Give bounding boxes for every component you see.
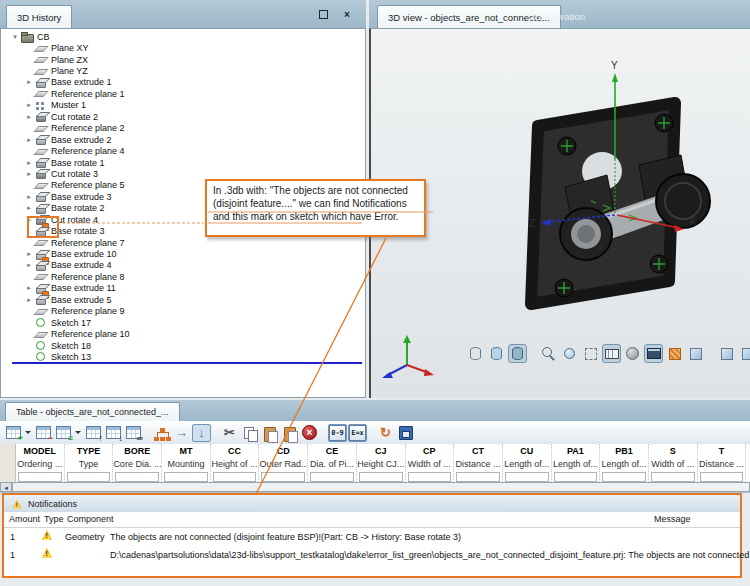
- move-row-down-button[interactable]: ↓: [104, 424, 123, 442]
- column-description[interactable]: Length of...: [600, 458, 648, 471]
- column-description[interactable]: Ordering ...: [16, 458, 64, 471]
- column-code[interactable]: T: [698, 444, 746, 458]
- viewport-window-icon[interactable]: [644, 344, 663, 363]
- tree-item-plane-zx[interactable]: Plane ZX: [3, 54, 363, 65]
- tree-item-base-rotate-1[interactable]: ▸Base rotate 1: [3, 157, 363, 168]
- dropdown-arrow-icon[interactable]: [25, 431, 31, 434]
- tree-item-cut-rotate-2[interactable]: ▸Cut rotate 2: [3, 111, 363, 122]
- expander-icon[interactable]: ▸: [23, 169, 35, 179]
- copy-button[interactable]: [240, 424, 259, 442]
- tree-item-reference-plane-8[interactable]: Reference plane 8: [3, 271, 363, 282]
- jump-down-button[interactable]: ↓: [192, 424, 211, 442]
- col-message[interactable]: Message: [654, 514, 691, 524]
- refresh-button[interactable]: ↻: [376, 424, 395, 442]
- scroll-left-icon[interactable]: ◂: [0, 482, 12, 492]
- tree-item-base-extrude-2[interactable]: ▸Base extrude 2: [3, 134, 363, 145]
- column-code[interactable]: S: [649, 444, 697, 458]
- tab-3d-history[interactable]: 3D History: [6, 5, 72, 28]
- column-code[interactable]: CP: [406, 444, 454, 458]
- column-filter-input[interactable]: [456, 472, 500, 482]
- follow-link-button[interactable]: →: [172, 424, 191, 442]
- tree-item-cb[interactable]: ▾CB: [3, 31, 363, 42]
- tree-item-reference-plane-7[interactable]: Reference plane 7: [3, 237, 363, 248]
- column-code[interactable]: MT: [162, 444, 210, 458]
- column-description[interactable]: Height CJ...: [357, 458, 405, 471]
- expander-icon[interactable]: ▸: [23, 112, 35, 122]
- dropdown-arrow-icon[interactable]: [75, 431, 81, 434]
- col-type[interactable]: Type: [44, 514, 64, 524]
- tree-item-reference-plane-2[interactable]: Reference plane 2: [3, 123, 363, 134]
- zoom-sphere-icon[interactable]: [560, 344, 579, 363]
- tree-item-base-extrude-11[interactable]: ▸Base extrude 11: [3, 283, 363, 294]
- tree-item-reference-plane-10[interactable]: Reference plane 10: [3, 328, 363, 339]
- cube-icon[interactable]: [686, 344, 705, 363]
- hierarchy-button[interactable]: [152, 424, 171, 442]
- expander-icon[interactable]: ▸: [23, 203, 35, 213]
- column-description[interactable]: Core Dia. ...: [113, 458, 161, 471]
- horizontal-scrollbar[interactable]: ◂: [0, 482, 750, 492]
- column-filter-input[interactable]: [602, 472, 646, 482]
- expander-icon[interactable]: ▸: [23, 283, 35, 293]
- column-filter-input[interactable]: [700, 472, 744, 482]
- expander-icon[interactable]: ▸: [23, 192, 35, 202]
- column-description[interactable]: Width of ...: [406, 458, 454, 471]
- column-filter-input[interactable]: [554, 472, 598, 482]
- texture-cube-icon[interactable]: [665, 344, 684, 363]
- column-description[interactable]: Width of ...: [649, 458, 697, 471]
- view-cube-1-icon[interactable]: [717, 344, 736, 363]
- duplicate-row-button[interactable]: ≡: [54, 424, 73, 442]
- col-component[interactable]: Component: [67, 514, 114, 524]
- zoom-icon[interactable]: [539, 344, 558, 363]
- tree-item-muster-1[interactable]: ▸Muster 1: [3, 100, 363, 111]
- formula-view-button[interactable]: E=x: [348, 424, 367, 442]
- measure-icon[interactable]: [602, 344, 621, 363]
- notification-row[interactable]: 1D:\cadenas\partsolutions\data\23d-libs\…: [4, 545, 740, 563]
- column-filter-input[interactable]: [164, 472, 208, 482]
- column-description[interactable]: Type: [65, 458, 113, 471]
- tree-item-sketch-18[interactable]: Sketch 18: [3, 340, 363, 351]
- clip-box-icon[interactable]: [581, 344, 600, 363]
- tree-item-sketch-17[interactable]: Sketch 17: [3, 317, 363, 328]
- column-description[interactable]: Dia. of Pi...: [308, 458, 356, 471]
- column-description[interactable]: Height of ...: [211, 458, 259, 471]
- restore-icon[interactable]: [316, 8, 330, 21]
- tree-item-reference-plane-9[interactable]: Reference plane 9: [3, 306, 363, 317]
- expander-icon[interactable]: ▸: [23, 295, 35, 305]
- cut-button[interactable]: ✂: [220, 424, 239, 442]
- column-code[interactable]: CU: [503, 444, 551, 458]
- expander-icon[interactable]: ▸: [23, 249, 35, 259]
- view-cube-2-icon[interactable]: [738, 344, 750, 363]
- render-sphere-icon[interactable]: [623, 344, 642, 363]
- tree-item-cut-rotate-3[interactable]: ▸Cut rotate 3: [3, 168, 363, 179]
- column-filter-input[interactable]: [505, 472, 549, 482]
- number-format-button[interactable]: 0-9: [328, 424, 347, 442]
- column-code[interactable]: MODEL: [16, 444, 64, 458]
- column-filter-input[interactable]: [67, 472, 111, 482]
- column-code[interactable]: CE: [308, 444, 356, 458]
- cylinder-section-icon[interactable]: [508, 344, 527, 363]
- cylinder-wireframe-icon[interactable]: [466, 344, 485, 363]
- expander-icon[interactable]: ▾: [9, 32, 21, 42]
- column-filter-input[interactable]: [408, 472, 452, 482]
- column-description[interactable]: Distance ...: [698, 458, 746, 471]
- column-filter-input[interactable]: [115, 472, 159, 482]
- delete-button[interactable]: [300, 424, 319, 442]
- column-filter-input[interactable]: [359, 472, 403, 482]
- col-amount[interactable]: Amount: [9, 514, 40, 524]
- column-code[interactable]: PA1: [552, 444, 600, 458]
- column-code[interactable]: CJ: [357, 444, 405, 458]
- tree-item-base-extrude-4[interactable]: ▸Base extrude 4: [3, 260, 363, 271]
- column-code[interactable]: PB1: [600, 444, 648, 458]
- tree-item-reference-plane-1[interactable]: Reference plane 1: [3, 88, 363, 99]
- notification-row[interactable]: 1GeometryThe objects are not connected (…: [4, 527, 740, 545]
- column-code[interactable]: TYPE: [65, 444, 113, 458]
- tree-item-plane-yz[interactable]: Plane YZ: [3, 65, 363, 76]
- paste-special-button[interactable]: [280, 424, 299, 442]
- column-code[interactable]: BORE: [113, 444, 161, 458]
- tree-item-base-extrude-10[interactable]: ▸Base extrude 10: [3, 248, 363, 259]
- tree-item-base-extrude-1[interactable]: ▸Base extrude 1: [3, 77, 363, 88]
- column-code[interactable]: CT: [454, 444, 502, 458]
- column-code[interactable]: CD: [259, 444, 307, 458]
- 3d-viewport[interactable]: Y X Z: [369, 28, 750, 398]
- close-icon[interactable]: ×: [340, 8, 354, 21]
